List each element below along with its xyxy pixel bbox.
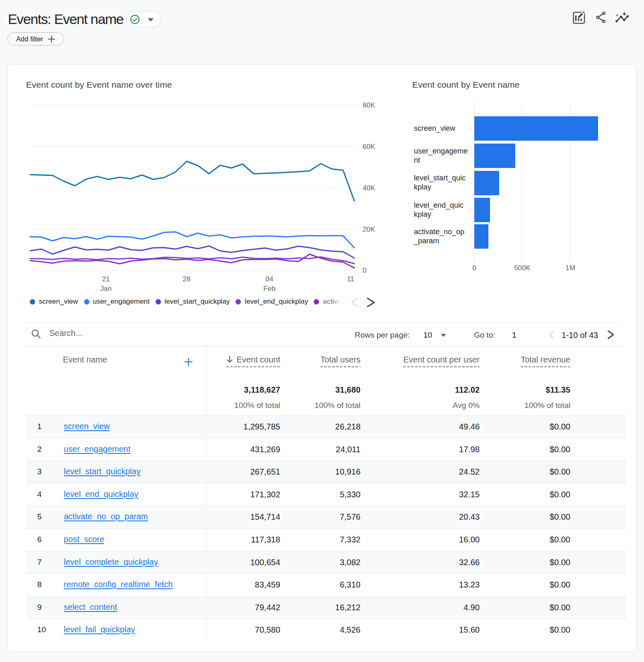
svg-text:level_start_quic: level_start_quic [414, 174, 466, 182]
svg-text:kplay: kplay [414, 183, 431, 191]
svg-text:0: 0 [363, 266, 366, 274]
svg-text:500K: 500K [514, 264, 531, 272]
svg-text:80K: 80K [363, 101, 375, 109]
svg-text:activate_no_op: activate_no_op [414, 228, 464, 236]
svg-text:28: 28 [183, 275, 191, 283]
svg-text:21: 21 [102, 275, 110, 283]
svg-text:60K: 60K [363, 143, 375, 151]
svg-text:40K: 40K [363, 184, 375, 192]
svg-text:11: 11 [347, 275, 354, 283]
svg-text:1M: 1M [565, 264, 575, 272]
svg-text:level_end_quic: level_end_quic [414, 201, 464, 210]
svg-text:_param: _param [413, 237, 439, 245]
svg-text:Jan: Jan [100, 285, 111, 293]
svg-text:user_engageme: user_engageme [414, 147, 468, 156]
svg-text:screen_view: screen_view [414, 124, 456, 133]
svg-text:Feb: Feb [263, 285, 275, 293]
svg-text:nt: nt [414, 156, 420, 164]
svg-text:20K: 20K [363, 225, 375, 233]
svg-text:0: 0 [472, 264, 476, 272]
svg-text:kplay: kplay [414, 210, 431, 218]
svg-text:04: 04 [266, 275, 274, 283]
